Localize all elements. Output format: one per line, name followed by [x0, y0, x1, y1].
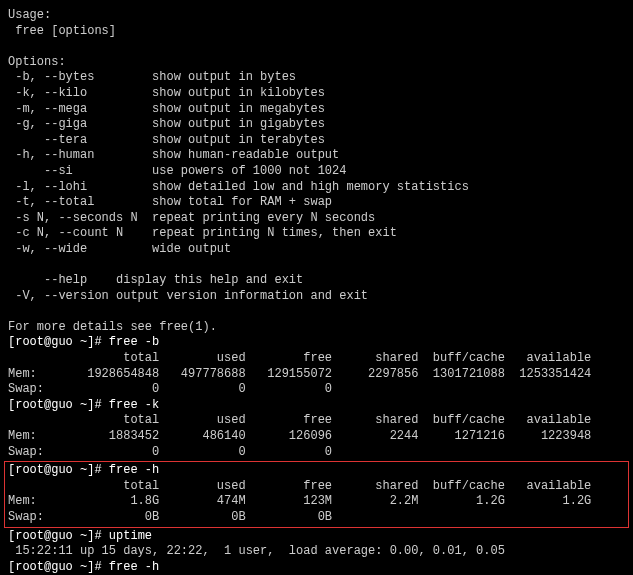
prompt: [root@guo ~]# — [8, 529, 109, 543]
table-header: total used free shared buff/cache availa… — [8, 479, 625, 495]
blank — [8, 39, 625, 55]
option-line: -b, --bytes show output in bytes — [8, 70, 625, 86]
table-row: Mem: 1.8G 474M 123M 2.2M 1.2G 1.2G — [8, 494, 625, 510]
prompt-line[interactable]: [root@guo ~]# free -b — [8, 335, 625, 351]
option-line: --help display this help and exit — [8, 273, 625, 289]
command: free -b — [109, 335, 159, 349]
command: free -h — [109, 463, 159, 477]
usage-header: Usage: — [8, 8, 625, 24]
table-row: Swap: 0B 0B 0B — [8, 510, 625, 526]
options-header: Options: — [8, 55, 625, 71]
option-line: -t, --total show total for RAM + swap — [8, 195, 625, 211]
prompt: [root@guo ~]# — [8, 463, 109, 477]
table-row: Mem: 1928654848 497778688 129155072 2297… — [8, 367, 625, 383]
option-line: -m, --mega show output in megabytes — [8, 102, 625, 118]
command: free -k — [109, 398, 159, 412]
blank — [8, 258, 625, 274]
command: uptime — [109, 529, 152, 543]
option-line: -g, --giga show output in gigabytes — [8, 117, 625, 133]
prompt: [root@guo ~]# — [8, 398, 109, 412]
prompt-line[interactable]: [root@guo ~]# free -h — [8, 560, 625, 575]
highlighted-region: [root@guo ~]# free -h total used free sh… — [4, 461, 629, 527]
option-line: -s N, --seconds N repeat printing every … — [8, 211, 625, 227]
option-line: -V, --version output version information… — [8, 289, 625, 305]
table-row: Swap: 0 0 0 — [8, 445, 625, 461]
option-line: -w, --wide wide output — [8, 242, 625, 258]
option-line: -k, --kilo show output in kilobytes — [8, 86, 625, 102]
option-line: -l, --lohi show detailed low and high me… — [8, 180, 625, 196]
option-line: -h, --human show human-readable output — [8, 148, 625, 164]
table-header: total used free shared buff/cache availa… — [8, 351, 625, 367]
prompt: [root@guo ~]# — [8, 335, 109, 349]
option-line: -c N, --count N repeat printing N times,… — [8, 226, 625, 242]
usage-line: free [options] — [8, 24, 625, 40]
footer: For more details see free(1). — [8, 320, 625, 336]
blank — [8, 304, 625, 320]
option-line: --tera show output in terabytes — [8, 133, 625, 149]
table-row: Mem: 1883452 486140 126096 2244 1271216 … — [8, 429, 625, 445]
table-header: total used free shared buff/cache availa… — [8, 413, 625, 429]
prompt-line[interactable]: [root@guo ~]# free -k — [8, 398, 625, 414]
prompt-line[interactable]: [root@guo ~]# free -h — [8, 463, 625, 479]
prompt-line[interactable]: [root@guo ~]# uptime — [8, 529, 625, 545]
option-line: --si use powers of 1000 not 1024 — [8, 164, 625, 180]
uptime-output: 15:22:11 up 15 days, 22:22, 1 user, load… — [8, 544, 625, 560]
prompt: [root@guo ~]# — [8, 560, 109, 574]
command: free -h — [109, 560, 159, 574]
table-row: Swap: 0 0 0 — [8, 382, 625, 398]
